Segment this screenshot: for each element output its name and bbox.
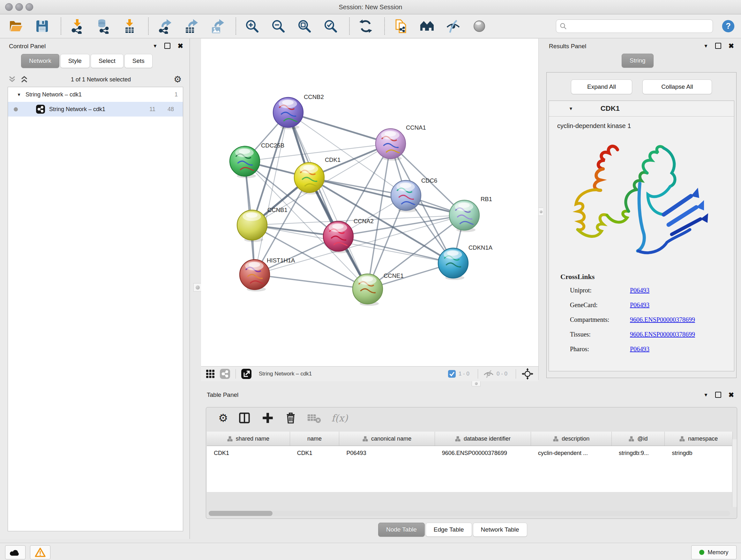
- crosslink-link[interactable]: P06493: [630, 287, 650, 294]
- network-edge[interactable]: [255, 274, 367, 289]
- window-close-light[interactable]: [5, 3, 13, 11]
- crosslink-link[interactable]: P06493: [630, 346, 650, 353]
- grid-view-icon[interactable]: [205, 369, 215, 379]
- network-canvas[interactable]: CCNB2CCNA1CDC25BCDK1CDC6RB1CCNB1CCNA2CDK…: [201, 39, 539, 365]
- control-panel-tab-sets[interactable]: Sets: [125, 54, 152, 68]
- show-graphics-details-icon[interactable]: [472, 18, 487, 34]
- panel-collapse-icon[interactable]: ▼: [704, 392, 709, 397]
- overview-houses-icon[interactable]: [419, 18, 434, 34]
- network-row-selected[interactable]: String Network – cdk1 11 48: [8, 102, 183, 117]
- panel-close-icon[interactable]: ✖: [728, 391, 734, 398]
- column-header-shared-name[interactable]: shared name: [207, 432, 290, 446]
- control-panel-tab-style[interactable]: Style: [60, 54, 90, 68]
- network-edge[interactable]: [338, 236, 453, 263]
- zoom-in-icon[interactable]: [245, 18, 260, 34]
- panel-collapse-icon[interactable]: ▼: [704, 44, 709, 48]
- expand-all-chevron-icon[interactable]: [20, 76, 28, 83]
- table-cell[interactable]: stringdb: [665, 446, 733, 460]
- network-node-CCNB1[interactable]: [237, 210, 267, 240]
- control-panel-tab-network[interactable]: Network: [21, 54, 59, 68]
- column-header-database-identifier[interactable]: database identifier: [435, 432, 531, 446]
- protein-section-header[interactable]: ▼ CDK1: [549, 101, 734, 117]
- network-node-CCNE1[interactable]: [353, 274, 383, 304]
- column-header-description[interactable]: description: [531, 432, 612, 446]
- horizontal-scrollbar[interactable]: [209, 511, 730, 516]
- panel-float-icon[interactable]: [164, 43, 171, 49]
- table-row[interactable]: CDK1CDK1P064939606.ENSP00000378699cyclin…: [207, 446, 733, 460]
- table-tab-node-table[interactable]: Node Table: [378, 523, 425, 537]
- network-node-CCNA1[interactable]: [376, 129, 406, 159]
- table-cell[interactable]: P06493: [340, 446, 435, 460]
- memory-button[interactable]: Memory: [691, 545, 737, 559]
- collapse-all-button[interactable]: Collapse All: [643, 79, 712, 94]
- window-zoom-light[interactable]: [25, 3, 33, 11]
- add-column-icon[interactable]: [261, 411, 274, 425]
- table-settings-gear-icon[interactable]: ⚙: [218, 413, 228, 423]
- detach-view-icon[interactable]: [241, 368, 252, 379]
- delete-column-icon[interactable]: [284, 411, 297, 425]
- network-node-CDC6[interactable]: [391, 180, 421, 210]
- search-input[interactable]: [567, 23, 710, 30]
- table-tab-edge-table[interactable]: Edge Table: [426, 523, 472, 537]
- horizontal-scrollbar-thumb[interactable]: [209, 511, 273, 516]
- open-session-icon[interactable]: [8, 18, 23, 34]
- network-node-CDK1[interactable]: [294, 163, 324, 192]
- network-edge[interactable]: [309, 178, 464, 215]
- crosslink-link[interactable]: 9606.ENSP00000378699: [630, 316, 695, 323]
- network-edge[interactable]: [255, 112, 288, 274]
- expand-all-button[interactable]: Expand All: [571, 79, 632, 94]
- crosslink-link[interactable]: 9606.ENSP00000378699: [630, 331, 695, 338]
- column-header-canonical-name[interactable]: canonical name: [339, 432, 434, 446]
- refresh-layout-icon[interactable]: [358, 18, 374, 34]
- search-field[interactable]: [556, 19, 713, 33]
- network-options-gear-icon[interactable]: ⚙: [174, 75, 182, 84]
- control-panel-tab-select[interactable]: Select: [91, 54, 124, 68]
- table-cell[interactable]: stringdb:9...: [612, 446, 665, 460]
- column-header-name[interactable]: name: [290, 432, 340, 446]
- zoom-out-icon[interactable]: [271, 18, 286, 34]
- crosslink-link[interactable]: P06493: [630, 301, 650, 309]
- panel-float-icon[interactable]: [715, 43, 721, 49]
- hide-graphics-details-icon[interactable]: [446, 18, 461, 34]
- table-cell[interactable]: CDK1: [207, 446, 290, 460]
- network-node-CCNA2[interactable]: [323, 221, 353, 251]
- network-edge[interactable]: [288, 112, 367, 289]
- fit-content-crosshair-icon[interactable]: [521, 368, 534, 380]
- left-splitter-handle[interactable]: [193, 283, 202, 292]
- bottom-splitter-handle[interactable]: [472, 381, 481, 386]
- panel-float-icon[interactable]: [715, 392, 721, 398]
- network-edge[interactable]: [288, 112, 391, 144]
- network-node-CDC25B[interactable]: [230, 146, 260, 176]
- export-image-icon[interactable]: [209, 18, 225, 34]
- table-cell[interactable]: cyclin-dependent ...: [531, 446, 612, 460]
- panel-close-icon[interactable]: ✖: [178, 43, 183, 49]
- column-visibility-icon[interactable]: [238, 411, 252, 425]
- panel-close-icon[interactable]: ✖: [728, 43, 734, 49]
- table-cell[interactable]: 9606.ENSP00000378699: [435, 446, 531, 460]
- table-cell[interactable]: CDK1: [290, 446, 340, 460]
- zoom-fit-icon[interactable]: [297, 18, 312, 34]
- collapse-all-chevron-icon[interactable]: [8, 76, 16, 83]
- selected-checkbox-icon[interactable]: [448, 370, 456, 378]
- cloud-button[interactable]: [5, 545, 25, 559]
- network-node-CCNB2[interactable]: [273, 98, 303, 127]
- export-network-icon[interactable]: [157, 18, 172, 34]
- window-minimize-light[interactable]: [15, 3, 23, 11]
- zoom-selected-icon[interactable]: [323, 18, 338, 34]
- export-table-icon[interactable]: [183, 18, 199, 34]
- results-tab-string[interactable]: String: [622, 54, 654, 68]
- network-node-HIST1H1A[interactable]: [240, 260, 270, 290]
- panel-collapse-icon[interactable]: ▼: [153, 44, 158, 48]
- section-expander-icon[interactable]: ▼: [569, 106, 573, 111]
- import-table-file-icon[interactable]: [122, 18, 137, 34]
- warnings-button[interactable]: [30, 545, 51, 559]
- network-list-view-icon[interactable]: [219, 368, 230, 379]
- network-collection-row[interactable]: ▼ String Network – cdk1 1: [8, 87, 183, 102]
- vertical-scrollbar[interactable]: [732, 439, 737, 507]
- clone-network-icon[interactable]: [393, 18, 408, 34]
- table-tab-network-table[interactable]: Network Table: [473, 523, 527, 537]
- tree-expander-icon[interactable]: ▼: [17, 92, 21, 97]
- network-node-RB1[interactable]: [449, 200, 479, 230]
- import-network-file-icon[interactable]: [70, 18, 85, 34]
- save-session-icon[interactable]: [35, 18, 50, 34]
